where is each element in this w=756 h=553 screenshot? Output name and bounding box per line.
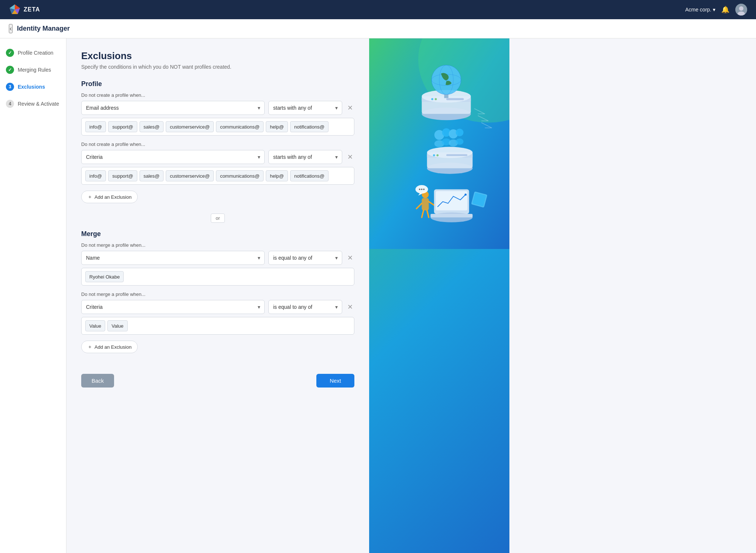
svg-point-34 — [433, 154, 435, 157]
notifications-bell[interactable]: 🔔 — [721, 6, 729, 14]
profile-field-2-select[interactable]: Email address Criteria Name Phone — [81, 150, 265, 164]
merge-condition-2-values[interactable]: Value Value — [81, 317, 354, 335]
tag: sales@ — [140, 170, 164, 181]
sidebar-item-merging-rules[interactable]: ✓ Merging Rules — [0, 61, 66, 78]
tag: customerservice@ — [166, 121, 214, 132]
profile-condition-2-label: Do not create a profile when... — [81, 141, 354, 147]
merge-field-1-select[interactable]: Email address Criteria Name Phone — [81, 251, 265, 265]
merge-condition-2-remove[interactable]: ✕ — [346, 302, 354, 312]
back-nav-button[interactable]: ‹ — [9, 24, 13, 33]
tag: info@ — [85, 121, 106, 132]
next-button[interactable]: Next — [316, 374, 354, 388]
profile-add-exclusion-button[interactable]: ＋ Add an Exclusion — [81, 191, 138, 203]
profile-condition-1-label: Do not create a profile when... — [81, 92, 354, 98]
merge-add-exclusion-button[interactable]: ＋ Add an Exclusion — [81, 341, 138, 353]
or-divider: or — [81, 214, 354, 223]
sidebar-item-profile-creation[interactable]: ✓ Profile Creation — [0, 44, 66, 61]
zeta-logo-icon — [9, 4, 21, 16]
merge-condition-2-row: Email address Criteria Name Phone starts… — [81, 300, 354, 314]
or-badge-text: or — [211, 214, 225, 223]
page-title: Exclusions — [81, 50, 354, 62]
illustration-panel — [369, 38, 509, 553]
profile-condition-2-remove[interactable]: ✕ — [346, 152, 354, 162]
tag: support@ — [108, 121, 137, 132]
sidebar-label-exclusions: Exclusions — [18, 84, 45, 90]
sidebar-label-profile-creation: Profile Creation — [18, 50, 54, 56]
profile-condition-1-row: Email address Criteria Name Phone starts… — [81, 101, 354, 115]
merge-condition-2: Do not merge a profile when... Email add… — [81, 291, 354, 335]
profile-condition-2-tags[interactable]: info@ support@ sales@ customerservice@ c… — [81, 167, 354, 185]
profile-operator-1-select[interactable]: starts with any of ends with any of cont… — [268, 101, 342, 115]
svg-rect-21 — [446, 98, 464, 100]
svg-point-20 — [435, 98, 437, 100]
profile-section-title: Profile — [81, 80, 354, 88]
profile-condition-1-tags[interactable]: info@ support@ sales@ customerservice@ c… — [81, 118, 354, 136]
svg-point-19 — [431, 98, 433, 100]
profile-add-exclusion-label: Add an Exclusion — [94, 194, 131, 200]
tag: communications@ — [216, 170, 264, 181]
svg-point-35 — [436, 154, 439, 157]
svg-point-47 — [419, 189, 420, 190]
svg-point-49 — [423, 189, 425, 190]
page-subtitle: Specify the conditions in which you do N… — [81, 64, 354, 70]
profile-field-1-select[interactable]: Email address Criteria Name Phone — [81, 101, 265, 115]
tag: Value — [85, 320, 105, 331]
svg-point-33 — [456, 139, 464, 145]
sidebar-badge-merging-rules: ✓ — [6, 66, 14, 74]
merge-operator-2-wrapper: starts with any of ends with any of cont… — [268, 300, 342, 314]
profile-operator-2-select[interactable]: starts with any of ends with any of cont… — [268, 150, 342, 164]
merge-field-2-wrapper: Email address Criteria Name Phone — [81, 300, 265, 314]
tag: Value — [107, 320, 127, 331]
merge-condition-2-label: Do not merge a profile when... — [81, 291, 354, 297]
merge-section: Merge Do not merge a profile when... Ema… — [81, 230, 354, 361]
sidebar: ✓ Profile Creation ✓ Merging Rules 3 Exc… — [0, 38, 66, 553]
sidebar-item-review-activate[interactable]: 4 Review & Activate — [0, 95, 66, 112]
logo-area: ZETA — [9, 4, 40, 16]
merge-operator-1-wrapper: starts with any of ends with any of cont… — [268, 251, 342, 265]
tag: notifications@ — [290, 170, 329, 181]
sidebar-label-merging-rules: Merging Rules — [18, 67, 51, 73]
merge-section-title: Merge — [81, 230, 354, 238]
user-avatar[interactable] — [735, 4, 747, 16]
top-navigation: ZETA Acme corp. ▾ 🔔 — [0, 0, 756, 19]
merge-operator-2-select[interactable]: starts with any of ends with any of cont… — [268, 300, 342, 314]
tag: sales@ — [140, 121, 164, 132]
main-layout: ✓ Profile Creation ✓ Merging Rules 3 Exc… — [0, 38, 756, 553]
profile-condition-1-remove[interactable]: ✕ — [346, 103, 354, 113]
subheader: ‹ Identity Manager — [0, 19, 756, 38]
merge-add-exclusion-icon: ＋ — [87, 344, 92, 350]
merge-condition-1-remove[interactable]: ✕ — [346, 253, 354, 263]
merge-condition-1-row: Email address Criteria Name Phone starts… — [81, 251, 354, 265]
profile-section: Profile Do not create a profile when... … — [81, 80, 354, 211]
tag: Ryohei Okabe — [85, 271, 124, 282]
merge-condition-1-label: Do not merge a profile when... — [81, 242, 354, 248]
page-header-title: Identity Manager — [17, 25, 70, 33]
tag: notifications@ — [290, 121, 329, 132]
merge-operator-1-select[interactable]: starts with any of ends with any of cont… — [268, 251, 342, 265]
merge-condition-1-values[interactable]: Ryohei Okabe — [81, 268, 354, 286]
merge-field-2-select[interactable]: Email address Criteria Name Phone — [81, 300, 265, 314]
profile-operator-2-wrapper: starts with any of ends with any of cont… — [268, 150, 342, 164]
add-exclusion-icon: ＋ — [87, 194, 92, 200]
profile-field-1-wrapper: Email address Criteria Name Phone — [81, 101, 265, 115]
svg-rect-18 — [444, 95, 448, 98]
svg-point-29 — [456, 129, 464, 136]
svg-point-6 — [739, 6, 743, 11]
sidebar-item-exclusions[interactable]: 3 Exclusions — [0, 78, 66, 95]
svg-rect-51 — [430, 214, 472, 218]
merge-condition-1: Do not merge a profile when... Email add… — [81, 242, 354, 286]
merge-add-exclusion-label: Add an Exclusion — [94, 344, 131, 350]
back-button[interactable]: Back — [81, 374, 114, 388]
svg-rect-44 — [436, 191, 468, 210]
svg-point-45 — [464, 194, 467, 196]
svg-point-48 — [421, 189, 423, 190]
profile-condition-1: Do not create a profile when... Email ad… — [81, 92, 354, 136]
company-selector[interactable]: Acme corp. ▾ — [685, 7, 715, 13]
profile-field-2-wrapper: Email address Criteria Name Phone — [81, 150, 265, 164]
tag: help@ — [266, 121, 288, 132]
profile-operator-1-wrapper: starts with any of ends with any of cont… — [268, 101, 342, 115]
sidebar-label-review: Review & Activate — [18, 101, 59, 107]
main-content: Exclusions Specify the conditions in whi… — [66, 38, 369, 553]
sidebar-badge-profile-creation: ✓ — [6, 49, 14, 57]
tag: info@ — [85, 170, 106, 181]
